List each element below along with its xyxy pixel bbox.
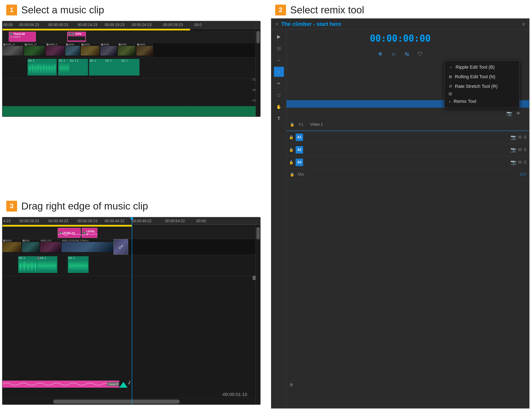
ripple-edit-tool[interactable]: ↔ [274,55,284,65]
a1-track-row: 🔒 A1 📷 M S [286,131,529,144]
vclip6-thumb [118,46,135,56]
timeline3-scrollbar[interactable] [256,225,260,404]
rate-icon: ↺ [449,84,452,89]
a3-s-label: S [524,160,527,165]
text-tool[interactable]: T [274,114,284,124]
vclip-5[interactable]: fx A005 [100,43,117,57]
t3-ruler-5: 00:00:49:22 [132,219,152,223]
pp-scroll-thumb[interactable] [290,383,293,386]
vclip4-label: A005_ [84,43,91,46]
select-tool[interactable]: ▶ [274,32,284,42]
snowflake-tool[interactable]: ❄ [376,49,385,59]
vclip-1[interactable]: fx A00S_07 [24,43,45,57]
pen-tool[interactable]: ✏ [274,79,284,89]
pp-scroll-area[interactable] [286,382,529,387]
arch-tool[interactable]: ∩ [389,49,398,59]
timeline1-scrollbar[interactable] [256,29,260,116]
clip-theclim[interactable]: fx TheCLIM CLUMBER [9,32,36,42]
a2-track-row: 🔒 A2 📷 M S [286,144,529,156]
vclip-6[interactable]: fx A005 [118,43,135,57]
t3-audio-1[interactable]: fx Ch. 1 [37,256,57,273]
step2-header: 2 Select remix tool [275,4,364,16]
clip-theclim-label: TheCLIM [14,32,25,35]
remix-menu-icon: ♪ [449,99,451,104]
t3-fx-0: fx [3,239,6,242]
track-a1: Ch. 1 Ch. 1 Ch. 1 1 Ch. 1 [2,58,256,79]
t3-thumb2-grad [40,242,61,252]
mix-row: 🔒 Mix 0.0 [286,168,529,180]
t3-vclip-0[interactable]: fx A00S [2,239,21,255]
clip-dyn-label: DYN [76,32,81,35]
audio-clip-5-label: Ch. 1 [121,59,140,63]
arrows-tool[interactable]: ⇆ [402,49,411,59]
thumb-gradient [2,46,23,56]
ruler-mark-7: 00:0 [194,23,202,27]
t3-hscroll-thumb [53,400,180,404]
vclip7-label: A005 [140,43,145,46]
cross-dissolve-label: Cro [118,244,124,250]
rect-icon [449,92,452,95]
vclip-0[interactable]: fx A005_07 [2,43,23,57]
vclip2-thumb [46,46,64,56]
clip-dyn[interactable]: fx fx DYN [67,32,86,42]
fx-v0: fx [3,43,6,46]
scrollbar-thumb [256,31,260,43]
a2-lock: 🔒 [289,148,294,152]
rate-stretch-menu-item[interactable]: ↺ Rate Stretch Tool (R) [445,82,519,91]
t3-audio-2[interactable]: Ch. 1 [68,256,89,273]
separator-row [445,91,519,97]
t3-audio-2-label: Ch. 1 [68,256,89,260]
vclip-7[interactable]: fx A005 [136,43,153,57]
hand-tool[interactable]: ✋ [274,102,284,112]
close-icon[interactable]: × [275,21,279,28]
t3-ruler-3: 00:00:39:23 [77,219,97,223]
t3-scrollbar-thumb [256,227,260,239]
t3-audio-1-label: Ch. 1 [40,257,46,259]
vclip4-thumb [81,46,99,56]
vclip-3[interactable]: fx A005 [65,43,80,57]
t3-vclip-2[interactable]: A00S_072 [40,239,61,255]
a2-s-label: S [524,147,527,152]
track-select-tool[interactable]: ⬛ [274,43,284,53]
vclip-2[interactable]: fx A00S_0 [46,43,64,57]
audio-clip-0-label: Ch. 1 [28,59,57,63]
music-note-tool[interactable]: ♪ [274,67,284,77]
clip-dyn-thumb [68,36,85,40]
a3-btn[interactable]: A3 [296,158,303,166]
thumb5-grad [100,46,117,56]
track-icons-row: 📷 👁 [286,109,529,119]
t3-fx-1: fx [22,239,25,242]
step2-badge: 2 [275,5,286,15]
t3-vclip-3[interactable]: A00S_07231035_C040.m [61,239,114,255]
a2-btn[interactable]: A2 [296,146,303,154]
t3-vclip-1[interactable]: fx A00 [22,239,39,255]
eye-icon: 👁 [516,111,521,116]
audio-clip-2[interactable]: Ch. 1 1 [69,59,88,76]
audio-clip-5[interactable]: Ch. 1 [121,59,140,76]
vclip0-label: A005_07 [6,43,15,46]
t3-ruler-6: 00:00:54:22 [165,219,185,223]
step3-badge: 3 [6,201,17,212]
rolling-edit-menu-item[interactable]: ⊞ Rolling Edit Tool (N) [445,72,519,82]
ripple-edit-menu-item[interactable]: ↔ Ripple Edit Tool (B) [445,62,519,72]
t3-vclip0-thumb [2,242,21,252]
vclip6-label: A005 [121,43,127,46]
vclip7-thumb [136,46,153,56]
fx-badge-dyn: fx [68,33,71,35]
vclip1-label: A00S_07 [28,43,37,46]
mix-value: 0.0 [520,172,526,177]
remix-tool-menu-item[interactable]: ♪ Remix Tool [445,97,519,106]
rect-tool[interactable]: □ [274,90,284,100]
a3-m-label: M [518,160,522,165]
vclip-4[interactable]: fx A005_ [81,43,99,57]
t3-music-bar[interactable]: Const P [2,381,119,388]
a1-btn[interactable]: A1 [296,134,303,141]
menu-icon[interactable]: ≡ [521,21,526,28]
vclip3-thumb [65,46,80,56]
audio-clip-0[interactable]: Ch. 1 [28,59,57,76]
shield-tool[interactable]: 🛡 [416,49,425,59]
fx-badge: fx [10,33,13,35]
ruler-mark-6: 00:00:29:23 [163,23,183,27]
const-power-label: Const P [107,382,119,386]
t3-hscrollbar[interactable] [2,398,256,404]
